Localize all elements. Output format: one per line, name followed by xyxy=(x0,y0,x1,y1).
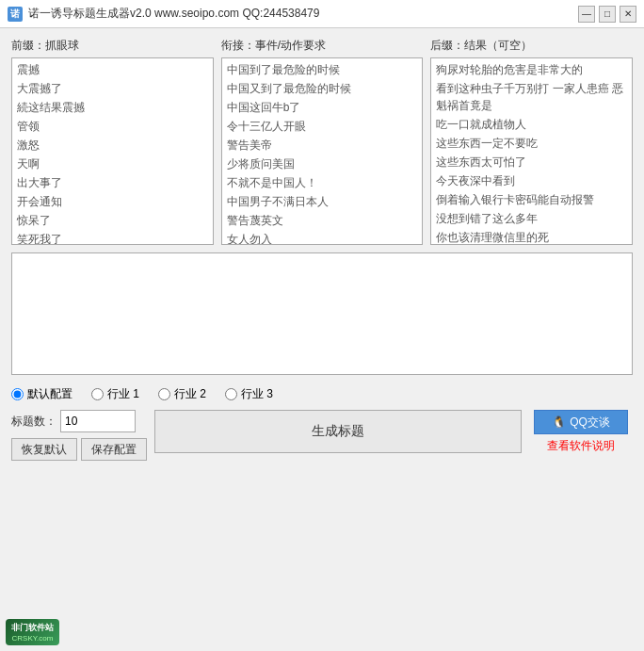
list-item[interactable]: 警告美帝 xyxy=(224,136,421,155)
list-item[interactable]: 管领 xyxy=(14,117,211,136)
list-item[interactable]: 震撼 xyxy=(14,60,211,79)
bottom-controls: 标题数： 恢复默认 保存配置 生成标题 🐧 QQ交谈 查看软件说明 xyxy=(11,410,633,461)
radio-industry3-label: 行业 3 xyxy=(241,386,273,402)
list-item[interactable]: 这些东西一定不要吃 xyxy=(433,134,630,153)
maximize-button[interactable]: □ xyxy=(599,6,616,23)
column-suffix-header: 后缀：结果（可空） xyxy=(430,38,633,54)
list-item[interactable]: 惊呆了 xyxy=(14,211,211,230)
list-item[interactable]: 你也该清理微信里的死 xyxy=(433,228,630,245)
list-item[interactable]: 没想到错了这么多年 xyxy=(433,209,630,228)
radio-industry1-input[interactable] xyxy=(91,388,104,400)
list-item[interactable]: 今天夜深中看到 xyxy=(433,171,630,190)
small-buttons-row: 恢复默认 保存配置 xyxy=(11,438,147,461)
title-bar: 诺 诺一诱导标题生成器v2.0 www.seoipo.com QQ:244538… xyxy=(0,0,644,28)
watermark-line2: CRSKY.com xyxy=(11,634,54,643)
list-item[interactable]: 大震撼了 xyxy=(14,79,211,98)
radio-industry3-input[interactable] xyxy=(225,388,237,400)
save-button[interactable]: 保存配置 xyxy=(81,438,147,461)
generate-button[interactable]: 生成标题 xyxy=(154,410,522,453)
app-icon: 诺 xyxy=(8,7,23,22)
radio-industry2-input[interactable] xyxy=(158,388,170,400)
list-item[interactable]: 女人勿入 xyxy=(224,230,421,245)
radio-row: 默认配置 行业 1 行业 2 行业 3 xyxy=(11,386,633,402)
list-item[interactable]: 令十三亿人开眼 xyxy=(224,117,421,136)
listbox-prefix[interactable]: 震撼 大震撼了 続这结果震撼 管领 激怒 天啊 出大事了 开会通知 惊呆了 笑死… xyxy=(11,57,214,245)
list-item[interactable]: 続这结果震撼 xyxy=(14,98,211,117)
radio-default[interactable]: 默认配置 xyxy=(11,386,72,402)
quantity-row: 标题数： xyxy=(11,410,147,432)
list-item[interactable]: 倒着输入银行卡密码能自动报警 xyxy=(433,190,630,209)
list-item[interactable]: 中国这回牛b了 xyxy=(224,98,421,117)
quantity-input[interactable] xyxy=(60,410,136,432)
radio-industry3[interactable]: 行业 3 xyxy=(225,386,273,402)
radio-default-input[interactable] xyxy=(11,388,24,400)
listbox-connector[interactable]: 中国到了最危险的时候 中国又到了最危险的时候 中国这回牛b了 令十三亿人开眼 警… xyxy=(221,57,424,245)
main-content: 前缀：抓眼球 震撼 大震撼了 続这结果震撼 管领 激怒 天啊 出大事了 开会通知… xyxy=(0,28,644,651)
list-item[interactable]: 开会通知 xyxy=(14,192,211,211)
radio-industry2[interactable]: 行业 2 xyxy=(158,386,206,402)
radio-industry1[interactable]: 行业 1 xyxy=(91,386,139,402)
column-prefix-header: 前缀：抓眼球 xyxy=(11,38,214,54)
list-item[interactable]: 看到这种虫子千万别打 一家人患癌 恶魁祸首竟是 xyxy=(433,79,630,115)
minimize-button[interactable]: — xyxy=(578,6,595,23)
output-box[interactable] xyxy=(11,252,633,375)
qq-button[interactable]: 🐧 QQ交谈 xyxy=(534,410,628,434)
watermark-line1: 非门软件站 xyxy=(11,622,54,634)
list-item[interactable]: 这些东西太可怕了 xyxy=(433,153,630,171)
list-item[interactable]: 少将质问美国 xyxy=(224,155,421,173)
window-title: 诺一诱导标题生成器v2.0 www.seoipo.com QQ:24453847… xyxy=(28,6,319,22)
column-prefix: 前缀：抓眼球 震撼 大震撼了 続这结果震撼 管领 激怒 天啊 出大事了 开会通知… xyxy=(11,38,214,245)
list-item[interactable]: 狗尿对轮胎的危害是非常大的 xyxy=(433,60,630,79)
window-controls: — □ ✕ xyxy=(578,6,636,23)
list-item[interactable]: 警告蔑英文 xyxy=(224,211,421,230)
help-link[interactable]: 查看软件说明 xyxy=(547,438,615,454)
column-connector-header: 衔接：事件/动作要求 xyxy=(221,38,424,54)
qq-label: QQ交谈 xyxy=(570,415,610,431)
column-suffix: 后缀：结果（可空） 狗尿对轮胎的危害是非常大的 看到这种虫子千万别打 一家人患癌… xyxy=(430,38,633,245)
left-controls: 标题数： 恢复默认 保存配置 xyxy=(11,410,147,461)
column-connector: 衔接：事件/动作要求 中国到了最危险的时候 中国又到了最危险的时候 中国这回牛b… xyxy=(221,38,424,245)
list-item[interactable]: 中国到了最危险的时候 xyxy=(224,60,421,79)
list-item[interactable]: 吃一口就成植物人 xyxy=(433,115,630,134)
list-item[interactable]: 不就不是中国人！ xyxy=(224,173,421,192)
reset-button[interactable]: 恢复默认 xyxy=(11,438,77,461)
list-item[interactable]: 中国男子不满日本人 xyxy=(224,192,421,211)
quantity-label: 标题数： xyxy=(11,414,56,430)
radio-industry1-label: 行业 1 xyxy=(107,386,139,402)
close-button[interactable]: ✕ xyxy=(620,6,636,23)
columns-row: 前缀：抓眼球 震撼 大震撼了 続这结果震撼 管领 激怒 天啊 出大事了 开会通知… xyxy=(11,38,633,245)
list-item[interactable]: 出大事了 xyxy=(14,173,211,192)
list-item[interactable]: 笑死我了 xyxy=(14,230,211,245)
listbox-suffix[interactable]: 狗尿对轮胎的危害是非常大的 看到这种虫子千万别打 一家人患癌 恶魁祸首竟是 吃一… xyxy=(430,57,633,245)
title-bar-left: 诺 诺一诱导标题生成器v2.0 www.seoipo.com QQ:244538… xyxy=(8,6,319,22)
qq-icon: 🐧 xyxy=(552,415,566,429)
list-item[interactable]: 激怒 xyxy=(14,136,211,155)
list-item[interactable]: 中国又到了最危险的时候 xyxy=(224,79,421,98)
watermark: 非门软件站 CRSKY.com xyxy=(6,619,59,645)
radio-default-label: 默认配置 xyxy=(27,386,72,402)
list-item[interactable]: 天啊 xyxy=(14,155,211,173)
right-panel: 🐧 QQ交谈 查看软件说明 xyxy=(529,410,633,454)
radio-industry2-label: 行业 2 xyxy=(174,386,206,402)
